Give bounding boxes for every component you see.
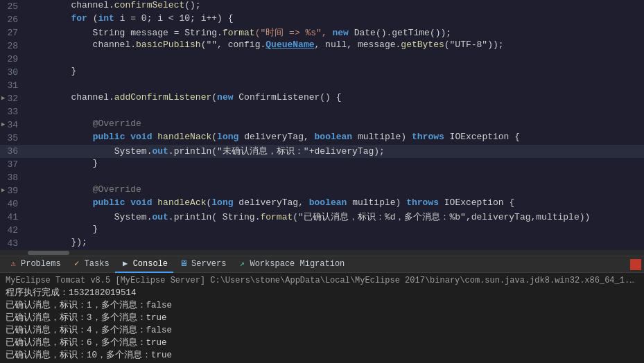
code-line: 27 String message = String.format("时间 =>… [0,26,644,39]
code-line: 26 for (int i = 0; i < 10; i++) { [0,13,644,26]
code-line: 39 @Override [0,184,644,197]
tab-tasks[interactable]: ✓Tasks [67,256,115,273]
problems-icon: ⚠ [8,259,18,269]
code-editor[interactable]: 25 channel.confirmSelect();26 for (int i… [0,0,644,256]
line-number: 41 [0,211,26,224]
line-code [26,105,644,118]
line-code: System.out.println("未确认消息，标识："+deliveryT… [26,145,644,158]
line-code: channel.basicPublish("", config.QueueNam… [26,39,644,53]
tab-bar-right [630,259,641,270]
line-number: 43 [0,237,26,250]
line-number: 31 [0,79,26,92]
code-line: 41 System.out.println( String.format("已确… [0,211,644,224]
tab-label-servers: Servers [191,259,226,269]
line-code: @Override [26,118,644,132]
code-line: 31 [0,79,644,92]
line-number: 38 [0,171,26,184]
console-icon: ▶ [121,259,130,269]
line-code: } [26,158,644,171]
line-code [26,53,644,66]
line-code: } [26,66,644,79]
line-number: 25 [0,0,26,13]
line-number: 40 [0,197,26,211]
line-number: 32 [0,92,26,105]
line-code [26,79,644,92]
servers-icon: 🖥 [179,259,189,269]
line-number: 29 [0,53,26,66]
tab-migration[interactable]: ↗Workspace Migration [232,256,350,273]
line-number: 37 [0,158,26,171]
tab-label-console: Console [133,259,168,269]
console-output: MyEclipse Tomcat v8.5 [MyEclipse Server]… [0,273,644,363]
line-code: }); [26,237,644,250]
code-line: 32 channel.addConfirmListener(new Confir… [0,92,644,105]
code-line: 30 } [0,66,644,79]
code-line: 35 public void handleNack(long deliveryT… [0,132,644,145]
line-code: @Override [26,184,644,197]
horizontal-scrollbar[interactable] [0,250,644,256]
tab-label-migration: Workspace Migration [250,259,345,269]
tasks-icon: ✓ [72,259,82,269]
stop-button[interactable] [630,259,641,270]
code-line: 36 System.out.println("未确认消息，标识："+delive… [0,145,644,158]
code-line: 40 public void handleAck(long deliveryTa… [0,197,644,211]
console-line-line5: 已确认消息，标识：6，多个消息：true [6,337,638,349]
code-line: 33 [0,105,644,118]
line-code [26,171,644,184]
tab-servers[interactable]: 🖥Servers [173,256,232,273]
code-line: 28 channel.basicPublish("", config.Queue… [0,39,644,53]
line-number: 36 [0,145,26,158]
bottom-panel: ⚠Problems✓Tasks▶Console🖥Servers↗Workspac… [0,256,644,363]
line-code: } [26,224,644,237]
code-line: 42 } [0,224,644,237]
line-code: channel.addConfirmListener(new ConfirmLi… [26,92,644,105]
code-line: 38 [0,171,644,184]
code-line: 25 channel.confirmSelect(); [0,0,644,13]
line-number: 28 [0,39,26,53]
line-code: channel.confirmSelect(); [26,0,644,13]
code-line: 34 @Override [0,118,644,132]
tab-label-tasks: Tasks [85,259,110,269]
console-line-server: MyEclipse Tomcat v8.5 [MyEclipse Server]… [6,274,638,287]
code-line: 29 [0,53,644,66]
code-line: 37 } [0,158,644,171]
code-line: 43 }); [0,237,644,250]
line-code: for (int i = 0; i < 10; i++) { [26,13,644,26]
line-code: String message = String.format("时间 => %s… [26,26,644,39]
console-line-line4: 已确认消息，标识：4，多个消息：false [6,324,638,337]
console-line-line3: 已确认消息，标识：3，多个消息：true [6,312,638,324]
tab-console[interactable]: ▶Console [115,256,173,273]
line-number: 27 [0,26,26,39]
console-line-line6: 已确认消息，标识：10，多个消息：true [6,349,638,362]
line-code: public void handleAck(long deliveryTag, … [26,197,644,211]
line-number: 26 [0,13,26,26]
tab-bar: ⚠Problems✓Tasks▶Console🖥Servers↗Workspac… [0,256,644,273]
line-number: 35 [0,132,26,145]
scrollbar-thumb [28,251,69,255]
migration-icon: ↗ [237,259,247,269]
line-number: 34 [0,118,26,132]
tab-label-problems: Problems [21,259,61,269]
line-code: public void handleNack(long deliveryTag,… [26,132,644,145]
line-number: 30 [0,66,26,79]
console-line-line1: 程序执行完成：1532182019514 [6,287,638,299]
console-line-line2: 已确认消息，标识：1，多个消息：false [6,299,638,312]
line-number: 33 [0,105,26,118]
line-code: System.out.println( String.format("已确认消息… [26,211,644,224]
line-number: 39 [0,184,26,197]
line-number: 42 [0,224,26,237]
tab-problems[interactable]: ⚠Problems [3,256,67,273]
